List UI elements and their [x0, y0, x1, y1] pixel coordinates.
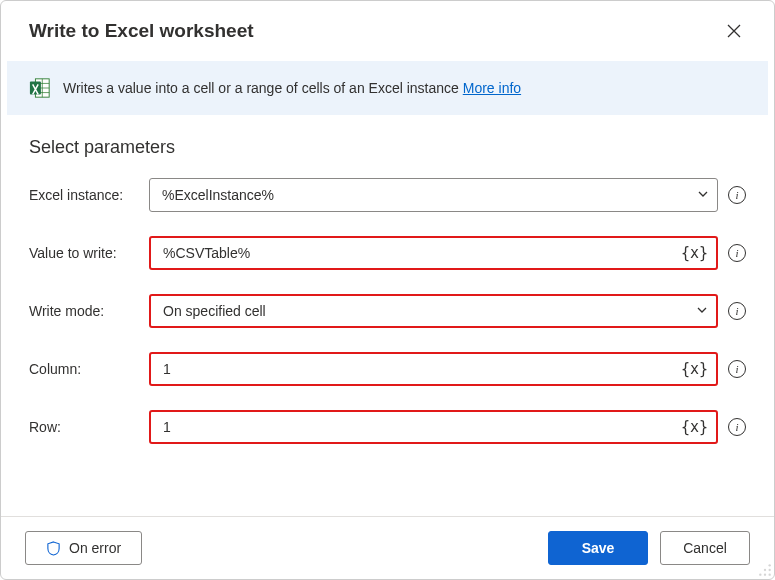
- more-info-link[interactable]: More info: [463, 80, 521, 96]
- excel-icon: [29, 77, 51, 99]
- content-area: Select parameters Excel instance: %Excel…: [1, 115, 774, 516]
- info-icon[interactable]: i: [728, 186, 746, 204]
- cancel-label: Cancel: [683, 540, 727, 556]
- dialog-header: Write to Excel worksheet: [1, 1, 774, 61]
- field-write-mode: Write mode: On specified cell i: [29, 294, 746, 328]
- dropdown-write-mode[interactable]: On specified cell: [149, 294, 718, 328]
- svg-point-10: [764, 574, 766, 576]
- section-title: Select parameters: [29, 137, 746, 158]
- save-label: Save: [582, 540, 615, 556]
- close-button[interactable]: [718, 15, 750, 47]
- on-error-button[interactable]: On error: [25, 531, 142, 565]
- label-row: Row:: [29, 419, 139, 435]
- field-excel-instance: Excel instance: %ExcelInstance% i: [29, 178, 746, 212]
- close-icon: [727, 24, 741, 38]
- banner-text: Writes a value into a cell or a range of…: [63, 80, 521, 96]
- resize-grip-icon[interactable]: [758, 563, 772, 577]
- chevron-down-icon: [697, 187, 709, 203]
- input-row[interactable]: 1 {x}: [149, 410, 718, 444]
- dropdown-value: On specified cell: [163, 303, 266, 319]
- svg-point-7: [764, 569, 766, 571]
- footer-right: Save Cancel: [548, 531, 750, 565]
- banner-description: Writes a value into a cell or a range of…: [63, 80, 459, 96]
- info-icon[interactable]: i: [728, 418, 746, 436]
- svg-point-6: [769, 564, 771, 566]
- svg-point-8: [769, 569, 771, 571]
- on-error-label: On error: [69, 540, 121, 556]
- field-column: Column: 1 {x} i: [29, 352, 746, 386]
- dialog-title: Write to Excel worksheet: [29, 20, 254, 42]
- info-icon[interactable]: i: [728, 244, 746, 262]
- label-column: Column:: [29, 361, 139, 377]
- info-icon[interactable]: i: [728, 360, 746, 378]
- field-row: Row: 1 {x} i: [29, 410, 746, 444]
- shield-icon: [46, 541, 61, 556]
- svg-point-11: [769, 574, 771, 576]
- input-value: 1: [163, 361, 171, 377]
- dropdown-excel-instance[interactable]: %ExcelInstance%: [149, 178, 718, 212]
- input-column[interactable]: 1 {x}: [149, 352, 718, 386]
- dropdown-value: %ExcelInstance%: [162, 187, 274, 203]
- input-value-to-write[interactable]: %CSVTable% {x}: [149, 236, 718, 270]
- info-icon[interactable]: i: [728, 302, 746, 320]
- label-value-to-write: Value to write:: [29, 245, 139, 261]
- cancel-button[interactable]: Cancel: [660, 531, 750, 565]
- chevron-down-icon: [696, 303, 708, 319]
- info-banner: Writes a value into a cell or a range of…: [7, 61, 768, 115]
- variable-picker-icon[interactable]: {x}: [681, 244, 708, 262]
- save-button[interactable]: Save: [548, 531, 648, 565]
- dialog: Write to Excel worksheet Writes a value …: [0, 0, 775, 580]
- variable-picker-icon[interactable]: {x}: [681, 418, 708, 436]
- label-excel-instance: Excel instance:: [29, 187, 139, 203]
- dialog-footer: On error Save Cancel: [1, 516, 774, 579]
- input-value: %CSVTable%: [163, 245, 250, 261]
- input-value: 1: [163, 419, 171, 435]
- label-write-mode: Write mode:: [29, 303, 139, 319]
- svg-point-9: [759, 574, 761, 576]
- variable-picker-icon[interactable]: {x}: [681, 360, 708, 378]
- field-value-to-write: Value to write: %CSVTable% {x} i: [29, 236, 746, 270]
